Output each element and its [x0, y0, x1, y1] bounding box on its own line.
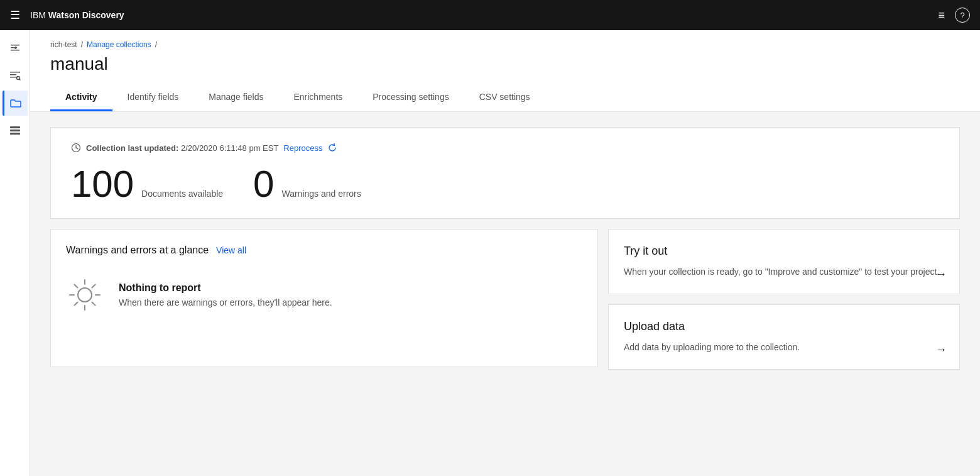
tab-processing-settings[interactable]: Processing settings — [357, 84, 464, 111]
upload-data-title: Upload data — [624, 320, 944, 333]
try-it-out-desc: When your collection is ready, go to "Im… — [624, 265, 944, 279]
sidebar-item-history[interactable] — [3, 118, 28, 143]
warnings-title: Warnings and errors at a glance — [66, 245, 209, 256]
svg-line-22 — [75, 302, 78, 306]
svg-rect-10 — [10, 133, 20, 135]
sidebar-item-collapse[interactable] — [3, 35, 28, 60]
menu-icon[interactable]: ☰ — [10, 8, 20, 22]
svg-line-7 — [19, 79, 21, 80]
warnings-card: Warnings and errors at a glance View all — [50, 229, 598, 367]
top-navigation: ☰ IBM Watson Discovery ≡ ? — [0, 0, 980, 30]
last-updated-row: Collection last updated: 2/20/2020 6:11:… — [71, 143, 939, 153]
try-it-out-arrow: → — [935, 268, 947, 281]
view-all-link[interactable]: View all — [216, 245, 246, 255]
svg-point-14 — [78, 288, 92, 302]
breadcrumb-manage-collections[interactable]: Manage collections — [87, 40, 151, 49]
tab-manage-fields[interactable]: Manage fields — [193, 84, 278, 111]
svg-rect-3 — [10, 72, 20, 73]
svg-point-6 — [16, 77, 19, 80]
breadcrumb-sep1: / — [81, 40, 83, 49]
breadcrumb-root: rich-test — [50, 40, 77, 49]
empty-desc: When there are warnings or errors, they'… — [119, 297, 332, 307]
upload-data-card[interactable]: Upload data Add data by uploading more t… — [608, 304, 960, 370]
upload-data-arrow: → — [935, 343, 947, 357]
last-updated-label: Collection last updated: 2/20/2020 6:11:… — [86, 143, 278, 153]
warnings-label: Warnings and errors — [281, 189, 361, 199]
warnings-column: Warnings and errors at a glance View all — [50, 229, 598, 370]
svg-line-21 — [92, 285, 95, 288]
tabs: Activity Identify fields Manage fields E… — [50, 84, 960, 111]
warnings-header: Warnings and errors at a glance View all — [66, 245, 582, 256]
app-title: IBM Watson Discovery — [30, 10, 124, 20]
try-it-out-card[interactable]: Try it out When your collection is ready… — [608, 229, 960, 294]
page-title: manual — [50, 54, 960, 74]
svg-rect-0 — [11, 45, 19, 46]
documents-label: Documents available — [141, 189, 223, 199]
breadcrumb: rich-test / Manage collections / — [50, 40, 960, 49]
try-it-out-title: Try it out — [624, 245, 944, 258]
tab-activity[interactable]: Activity — [50, 84, 112, 111]
svg-line-19 — [75, 285, 78, 288]
svg-line-13 — [76, 148, 78, 149]
tab-identify-fields[interactable]: Identify fields — [112, 84, 194, 111]
warnings-count: 0 — [253, 165, 274, 203]
sun-icon — [66, 276, 104, 314]
sidebar-item-folder[interactable] — [3, 91, 28, 116]
list-icon[interactable]: ≡ — [938, 9, 945, 22]
svg-rect-9 — [10, 130, 20, 131]
documents-count: 100 — [71, 165, 134, 203]
sidebar — [0, 30, 30, 476]
page-header: rich-test / Manage collections / manual … — [30, 30, 980, 112]
svg-rect-8 — [10, 126, 20, 128]
breadcrumb-sep2: / — [155, 40, 157, 49]
svg-rect-2 — [11, 50, 19, 51]
empty-text: Nothing to report When there are warning… — [119, 282, 332, 307]
empty-state: Nothing to report When there are warning… — [66, 271, 582, 319]
content-area: Collection last updated: 2/20/2020 6:11:… — [30, 112, 980, 385]
clock-icon — [71, 143, 81, 153]
help-icon[interactable]: ? — [955, 8, 970, 23]
side-cards-column: Try it out When your collection is ready… — [608, 229, 960, 370]
svg-rect-4 — [10, 74, 16, 75]
stats-card: Collection last updated: 2/20/2020 6:11:… — [50, 127, 960, 219]
warnings-stat: 0 Warnings and errors — [253, 165, 361, 203]
empty-title: Nothing to report — [119, 282, 332, 294]
tab-csv-settings[interactable]: CSV settings — [464, 84, 545, 111]
main-content: rich-test / Manage collections / manual … — [30, 30, 980, 476]
two-col-layout: Warnings and errors at a glance View all — [50, 229, 960, 370]
sidebar-item-search[interactable] — [3, 63, 28, 88]
tab-enrichments[interactable]: Enrichments — [278, 84, 357, 111]
documents-stat: 100 Documents available — [71, 165, 223, 203]
refresh-icon — [328, 143, 337, 152]
stats-row: 100 Documents available 0 Warnings and e… — [71, 165, 939, 203]
reprocess-link[interactable]: Reprocess — [283, 143, 322, 153]
svg-line-20 — [92, 302, 95, 306]
upload-data-desc: Add data by uploading more to the collec… — [624, 341, 944, 354]
